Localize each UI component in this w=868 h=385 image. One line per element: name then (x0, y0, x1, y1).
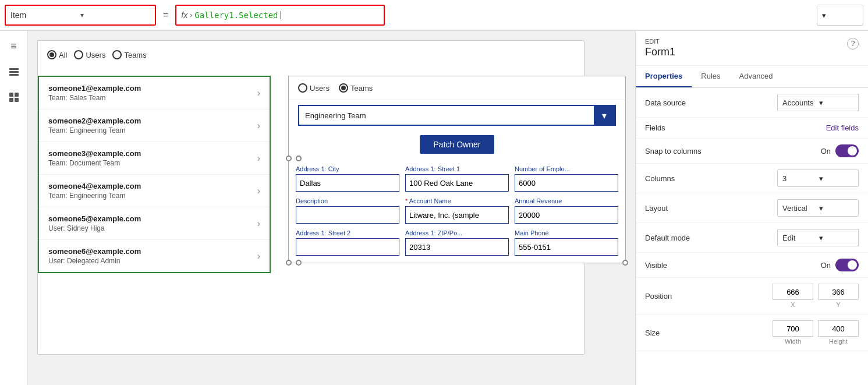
svg-rect-0 (9, 68, 19, 70)
field-input-description[interactable] (296, 206, 399, 224)
gallery-item[interactable]: someone5@example.com User: Sidney Higa › (39, 207, 270, 240)
team-dropdown-row: Engineering Team ▾ (289, 100, 625, 130)
columns-select[interactable]: 3 ▾ (777, 169, 859, 187)
position-y-field[interactable] (818, 284, 859, 300)
formula-bar[interactable]: fx › Gallery1.Selected (175, 5, 385, 26)
gallery-item-subtitle: Team: Engineering Team (48, 126, 257, 135)
prop-default-mode: Default mode Edit ▾ (636, 223, 868, 253)
prop-visible-value: On (821, 261, 831, 270)
item-selector[interactable]: Item ▾ (5, 5, 156, 26)
gallery-item[interactable]: someone4@example.com Team: Engineering T… (39, 175, 270, 207)
layers-icon[interactable] (3, 61, 24, 82)
team-dropdown-chevron[interactable]: ▾ (594, 106, 615, 125)
position-x-label: X (791, 301, 795, 308)
gallery-item-email: someone4@example.com (48, 182, 257, 190)
field-input-address-city[interactable] (296, 174, 399, 192)
formula-cursor (281, 11, 281, 19)
prop-visible-label: Visible (645, 261, 821, 270)
tab-advanced[interactable]: Advanced (730, 66, 782, 87)
size-height-field[interactable] (818, 320, 859, 337)
resize-handle-bot-mid[interactable] (296, 260, 302, 266)
gallery-item-subtitle: User: Sidney Higa (48, 224, 257, 232)
field-input-num-employees[interactable] (515, 174, 618, 192)
field-input-main-phone[interactable] (515, 238, 618, 256)
svg-rect-6 (15, 98, 19, 102)
prop-data-source: Data source Accounts ▾ (636, 88, 868, 118)
team-dropdown[interactable]: Engineering Team ▾ (298, 105, 616, 126)
fx-icon: fx (181, 10, 187, 20)
snap-toggle[interactable] (835, 144, 859, 157)
tab-properties[interactable]: Properties (636, 66, 692, 87)
props-header-section: EDIT Form1 ? (636, 31, 868, 66)
resize-handle-top-left[interactable] (286, 156, 292, 161)
gallery-item-email: someone5@example.com (48, 214, 257, 223)
form-radio-group: Users Teams (298, 83, 373, 93)
data-source-select[interactable]: Accounts ▾ (777, 94, 859, 111)
formula-text[interactable]: Gallery1.Selected (194, 10, 278, 20)
field-input-address-street1[interactable] (405, 174, 509, 192)
form-fields-grid: Address 1: City Address 1: Street 1 Numb… (296, 165, 618, 256)
layout-select[interactable]: Vertical ▾ (777, 199, 859, 217)
gallery-item-subtitle: Team: Sales Team (48, 94, 257, 102)
visible-toggle[interactable] (835, 259, 859, 271)
prop-fields: Fields Edit fields (636, 118, 868, 139)
hamburger-icon[interactable]: ≡ (3, 36, 24, 56)
field-input-account-name[interactable] (405, 206, 509, 224)
canvas: All Users Teams someone1@example.com Tea… (28, 31, 635, 385)
default-mode-value: Edit (782, 234, 817, 242)
field-label-zip: Address 1: ZIP/Po... (405, 229, 509, 236)
layout-chevron: ▾ (819, 204, 853, 213)
prop-position: Position X Y (636, 278, 868, 315)
item-selector-chevron: ▾ (80, 11, 150, 19)
grid-icon[interactable] (3, 87, 24, 108)
default-mode-select[interactable]: Edit ▾ (777, 229, 859, 246)
field-label-account-name: Account Name (405, 197, 509, 204)
form-panel-header: Users Teams (289, 76, 625, 100)
gallery-item-email: someone1@example.com (48, 84, 257, 93)
patch-owner-button[interactable]: Patch Owner (420, 135, 495, 154)
gallery-list: someone1@example.com Team: Sales Team › … (38, 76, 271, 273)
position-x-input: X (773, 284, 813, 308)
field-input-zip[interactable] (405, 238, 509, 256)
size-height-label: Height (829, 338, 848, 345)
help-icon[interactable]: ? (847, 38, 859, 50)
fx-chevron: › (190, 11, 192, 19)
sidebar-icons: ≡ (0, 31, 28, 385)
gallery-item[interactable]: someone3@example.com Team: Document Team… (39, 142, 270, 175)
position-x-field[interactable] (773, 284, 813, 300)
form-radio-users[interactable]: Users (298, 83, 330, 93)
resize-handle-top-right[interactable] (296, 156, 302, 161)
columns-value: 3 (782, 174, 817, 183)
gallery-item-email: someone3@example.com (48, 149, 257, 158)
resize-handle-bot-left[interactable] (286, 260, 292, 266)
prop-visible: Visible On (636, 253, 868, 278)
edit-fields-link[interactable]: Edit fields (826, 123, 859, 132)
resize-handle-bot-right[interactable] (622, 260, 628, 266)
gallery-item[interactable]: someone2@example.com Team: Engineering T… (39, 110, 270, 142)
prop-fields-label: Fields (645, 123, 826, 132)
radio-users[interactable]: Users (74, 50, 105, 59)
topbar-right-select[interactable]: ▾ (817, 5, 863, 26)
field-input-address-street2[interactable] (296, 238, 399, 256)
form-radio-teams[interactable]: Teams (339, 83, 373, 93)
radio-all-label: All (59, 51, 67, 59)
size-width-field[interactable] (773, 320, 813, 337)
top-radio-group: All Users Teams (47, 50, 575, 59)
field-label-address-street2: Address 1: Street 2 (296, 229, 399, 236)
canvas-card: All Users Teams someone1@example.com Tea… (37, 40, 584, 355)
main-area: ≡ All (0, 31, 868, 385)
gallery-item[interactable]: someone6@example.com User: Delegated Adm… (39, 240, 270, 272)
gallery-item-chevron: › (257, 218, 260, 229)
field-input-annual-revenue[interactable] (515, 206, 618, 224)
prop-layout: Layout Vertical ▾ (636, 193, 868, 223)
field-label-address-city: Address 1: City (296, 165, 399, 172)
default-mode-chevron: ▾ (819, 234, 853, 242)
patch-btn-row: Patch Owner (289, 130, 625, 158)
radio-all[interactable]: All (47, 50, 67, 59)
gallery-item-chevron: › (257, 88, 260, 98)
gallery-item[interactable]: someone1@example.com Team: Sales Team › (39, 77, 270, 110)
tab-rules[interactable]: Rules (692, 66, 729, 87)
radio-teams[interactable]: Teams (112, 50, 146, 59)
prop-layout-label: Layout (645, 204, 777, 213)
svg-rect-4 (15, 93, 19, 97)
